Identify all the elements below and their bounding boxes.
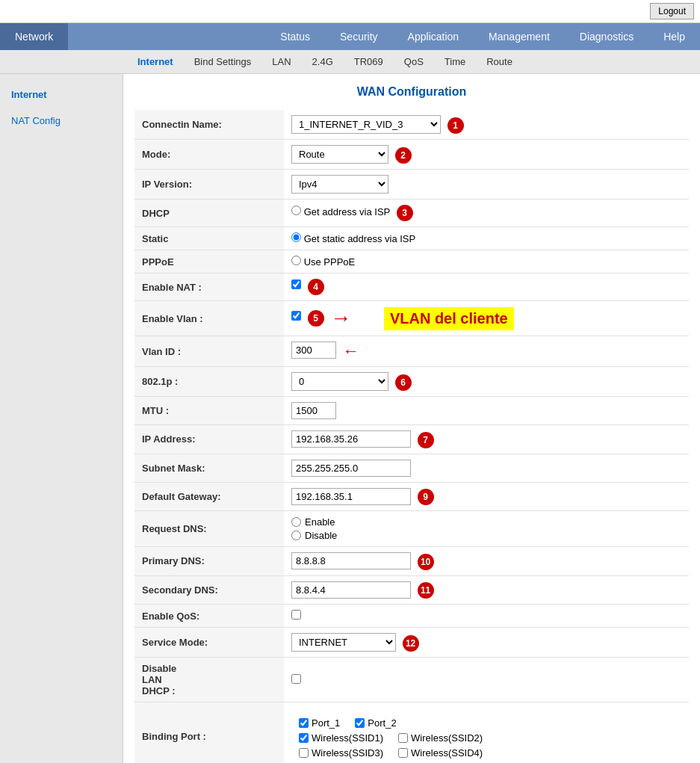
static-radio[interactable] — [291, 232, 301, 242]
dns-options: Enable Disable — [291, 516, 681, 541]
table-row-enable-qos: Enable QoS: — [134, 605, 689, 628]
logout-button[interactable]: Logout — [650, 3, 694, 19]
mode-label: Mode: — [134, 140, 284, 170]
pppoe-radio[interactable] — [291, 256, 301, 265]
mode-cell: Route Bridge 2 — [284, 140, 689, 170]
subnet-mask-cell — [284, 454, 689, 482]
port2-checkbox[interactable] — [355, 718, 365, 728]
pppoe-label: PPPoE — [134, 250, 284, 274]
nav-security[interactable]: Security — [325, 23, 393, 50]
subnet-mask-input[interactable] — [291, 460, 411, 477]
port1-label[interactable]: Port_1 — [299, 717, 340, 729]
enable-nat-checkbox[interactable] — [291, 279, 301, 289]
wireless-ssid2-checkbox[interactable] — [398, 733, 408, 743]
wireless-ssid4-checkbox[interactable] — [398, 748, 408, 758]
dns-disable-radio[interactable] — [291, 531, 301, 540]
wireless-ssid1-label[interactable]: Wireless(SSID1) — [299, 732, 383, 744]
wireless-ssid2-text: Wireless(SSID2) — [411, 732, 483, 744]
request-dns-label: Request DNS: — [134, 511, 284, 547]
nav-application[interactable]: Application — [393, 23, 474, 50]
wireless-ssid4-label[interactable]: Wireless(SSID4) — [398, 747, 483, 759]
mtu-input[interactable] — [291, 402, 336, 419]
dhcp-radio[interactable] — [291, 206, 301, 215]
sidebar-item-internet[interactable]: Internet — [0, 81, 123, 108]
ip-address-cell: 7 — [284, 425, 689, 454]
sub-qos[interactable]: QoS — [394, 50, 434, 73]
wireless-ssid3-checkbox[interactable] — [299, 748, 309, 758]
dns-disable-label: Disable — [305, 530, 337, 541]
vlan-id-input[interactable] — [291, 342, 336, 359]
primary-dns-cell: 10 — [284, 547, 689, 576]
badge-3: 3 — [397, 205, 413, 221]
port-row-3: Wireless(SSID3) Wireless(SSID4) — [299, 747, 674, 759]
wireless-ssid1-text: Wireless(SSID1) — [312, 732, 383, 744]
default-gateway-input[interactable] — [291, 488, 411, 505]
port-row-2: Wireless(SSID1) Wireless(SSID2) — [299, 732, 674, 744]
dot1p-label: 802.1p : — [134, 367, 284, 397]
connection-name-label: Connectin Name: — [134, 110, 284, 140]
badge-9: 9 — [418, 489, 434, 505]
sub-route[interactable]: Route — [476, 50, 523, 73]
mtu-cell — [284, 397, 689, 425]
table-row-mode: Mode: Route Bridge 2 — [134, 140, 689, 170]
secondary-dns-input[interactable] — [291, 581, 411, 599]
primary-dns-input[interactable] — [291, 552, 411, 569]
port2-label[interactable]: Port_2 — [355, 717, 396, 729]
dns-enable-option[interactable]: Enable — [291, 516, 681, 528]
sidebar-item-nat-config[interactable]: NAT Config — [0, 108, 123, 134]
sub-tr069[interactable]: TR069 — [344, 50, 394, 73]
sub-2-4g[interactable]: 2.4G — [302, 50, 344, 73]
page-layout: Internet NAT Config WAN Configuration Co… — [0, 74, 700, 763]
enable-qos-checkbox[interactable] — [291, 610, 301, 620]
sub-internet[interactable]: Internet — [127, 50, 184, 73]
sub-bind-settings[interactable]: Bind Settings — [184, 50, 262, 73]
enable-vlan-cell: 5 → VLAN del cliente — [284, 301, 689, 336]
default-gateway-cell: 9 — [284, 482, 689, 511]
dns-disable-option[interactable]: Disable — [291, 530, 681, 541]
mtu-label: MTU : — [134, 397, 284, 425]
static-radio-label: Get static address via ISP — [304, 233, 416, 244]
nav-management[interactable]: Management — [474, 23, 565, 50]
vlan-id-label: Vlan ID : — [134, 336, 284, 367]
enable-vlan-checkbox[interactable] — [291, 311, 301, 321]
disable-lan-dhcp-checkbox[interactable] — [291, 674, 301, 684]
binding-port-label: Binding Port : — [134, 702, 284, 763]
wireless-ssid1-checkbox[interactable] — [299, 733, 309, 743]
table-row-subnet-mask: Subnet Mask: — [134, 454, 689, 482]
dot1p-cell: 0123 4567 6 — [284, 367, 689, 397]
nav-status[interactable]: Status — [265, 23, 325, 50]
wireless-ssid3-label[interactable]: Wireless(SSID3) — [299, 747, 383, 759]
table-row-pppoe: PPPoE Use PPPoE — [134, 250, 689, 274]
secondary-dns-label: Secondary DNS: — [134, 575, 284, 605]
nav-network[interactable]: Network — [0, 23, 68, 50]
nav-diagnostics[interactable]: Diagnostics — [565, 23, 648, 50]
enable-nat-label: Enable NAT : — [134, 274, 284, 301]
main-content: WAN Configuration Connectin Name: 1_INTE… — [123, 74, 700, 763]
vlan-id-cell: ← — [284, 336, 689, 367]
wireless-ssid2-label[interactable]: Wireless(SSID2) — [398, 732, 483, 744]
top-nav: Network Status Security Application Mana… — [0, 23, 700, 50]
connection-name-select[interactable]: 1_INTERNET_R_VID_3 — [291, 115, 441, 134]
service-mode-select[interactable]: INTERNET VOICE VIDEO OTHER — [291, 633, 396, 652]
badge-10: 10 — [418, 554, 434, 570]
wireless-ssid4-text: Wireless(SSID4) — [411, 747, 483, 759]
nav-help[interactable]: Help — [648, 23, 700, 50]
static-cell: Get static address via ISP — [284, 227, 689, 250]
top-bar: Logout — [0, 0, 700, 23]
port1-checkbox[interactable] — [299, 718, 309, 728]
dns-enable-label: Enable — [305, 516, 335, 528]
dot1p-select[interactable]: 0123 4567 — [291, 372, 388, 391]
sub-lan[interactable]: LAN — [261, 50, 301, 73]
ip-address-input[interactable] — [291, 430, 411, 448]
mode-select[interactable]: Route Bridge — [291, 145, 388, 164]
table-row-enable-vlan: Enable Vlan : 5 → VLAN del cliente — [134, 301, 689, 336]
binding-port-cell: Port_1 Port_2 Wireless(SSID1) — [284, 702, 689, 763]
ip-version-select[interactable]: Ipv4 Ipv6 — [291, 175, 388, 194]
wireless-ssid3-text: Wireless(SSID3) — [312, 747, 383, 759]
table-row-static: Static Get static address via ISP — [134, 227, 689, 250]
dns-enable-radio[interactable] — [291, 517, 301, 527]
sub-time[interactable]: Time — [434, 50, 476, 73]
table-row-ip-address: IP Address: 7 — [134, 425, 689, 454]
binding-port-section: Port_1 Port_2 Wireless(SSID1) — [291, 708, 681, 763]
service-mode-cell: INTERNET VOICE VIDEO OTHER 12 — [284, 628, 689, 658]
